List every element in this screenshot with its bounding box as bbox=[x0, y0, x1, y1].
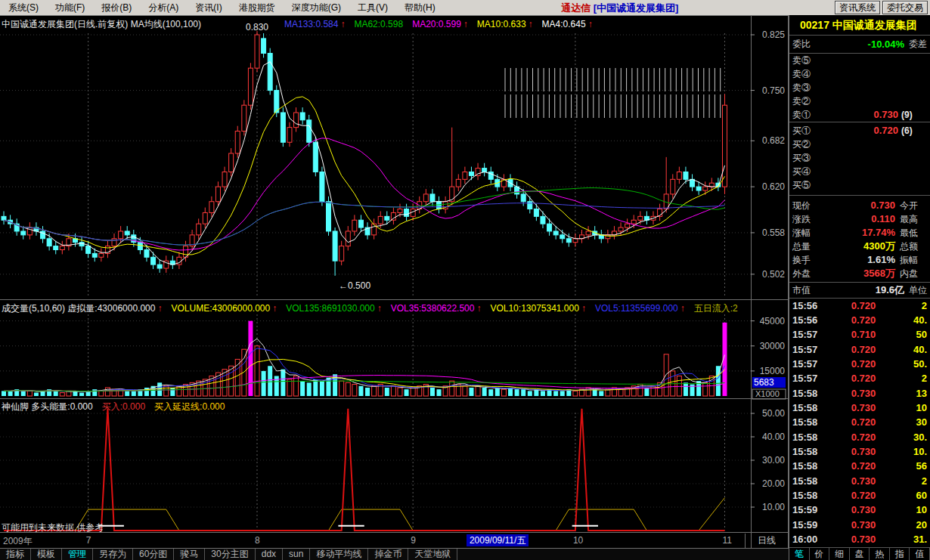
unit-label: 单位 bbox=[909, 283, 927, 298]
queue-label: 卖① bbox=[792, 108, 818, 122]
stat-value: 4300万 bbox=[823, 240, 895, 253]
quote-panel-tabs: 笔价细盘热指值 bbox=[789, 547, 930, 560]
queue-price bbox=[818, 151, 898, 165]
stat-row: 外盘3568万内盘 bbox=[789, 267, 930, 280]
statusbar-tab[interactable]: 掉金币 bbox=[368, 549, 408, 560]
queue-qty bbox=[901, 178, 927, 192]
tick-volume: 56 bbox=[901, 459, 927, 473]
statusbar-tab[interactable]: 指标 bbox=[0, 549, 31, 560]
tick-volume: 2 bbox=[901, 299, 927, 313]
chart-canvas[interactable]: 0.8250.7500.6820.6200.5580.5024500030000… bbox=[0, 0, 789, 560]
tick-time: 15:58 bbox=[792, 459, 826, 473]
toolbar-button[interactable]: 资讯系统 bbox=[835, 1, 880, 14]
quote-tab[interactable]: 热 bbox=[870, 548, 890, 560]
tick-time: 15:59 bbox=[792, 503, 826, 517]
statusbar-tab[interactable]: 60分图 bbox=[133, 549, 174, 560]
queue-qty bbox=[901, 54, 927, 67]
quote-tab[interactable]: 盘 bbox=[850, 548, 870, 560]
tick-volume: 30. bbox=[901, 431, 927, 444]
svg-text:0.825: 0.825 bbox=[762, 29, 785, 40]
queue-price bbox=[818, 81, 898, 94]
stat-value: 0.730 bbox=[823, 199, 895, 212]
stat-label: 最高 bbox=[900, 212, 927, 226]
toolbar-button[interactable]: 委托交易 bbox=[882, 1, 928, 14]
tick-price: 0.720 bbox=[826, 343, 901, 357]
quote-tab[interactable]: 指 bbox=[890, 548, 910, 560]
quote-tab[interactable]: 价 bbox=[810, 548, 830, 560]
queue-qty bbox=[901, 67, 927, 81]
tick-row: 15:580.7302 bbox=[789, 475, 930, 488]
statusbar-tab[interactable]: 天堂地狱 bbox=[408, 549, 457, 560]
x-axis-bar: 2009年 7891011 2009/09/11/五 日线 bbox=[0, 534, 789, 548]
statusbar-tab[interactable]: 管理 bbox=[62, 549, 93, 560]
queue-price bbox=[818, 54, 898, 67]
tick-time: 15:58 bbox=[792, 387, 826, 401]
svg-text:20.00: 20.00 bbox=[762, 478, 785, 489]
queue-price bbox=[818, 138, 898, 151]
tick-volume: 20 bbox=[901, 518, 927, 532]
stat-row: 总量4300万总额 bbox=[789, 240, 930, 253]
current-date-badge: 2009/09/11/五 bbox=[467, 534, 529, 546]
queue-label: 买④ bbox=[792, 165, 818, 178]
statusbar-tab[interactable]: 骏马 bbox=[174, 549, 205, 560]
tick-time: 15:56 bbox=[792, 314, 826, 327]
x-axis-year: 2009年 bbox=[3, 535, 33, 548]
stat-row: 现价0.730今开 bbox=[789, 199, 930, 212]
queue-price: 0.720 bbox=[818, 124, 898, 138]
quote-tab[interactable]: 细 bbox=[829, 548, 850, 560]
tick-row: 15:570.72050. bbox=[789, 357, 930, 371]
tick-time: 15:57 bbox=[792, 343, 826, 357]
stat-row: 涨幅17.74%最低 bbox=[789, 226, 930, 240]
x-axis-month-label: 10 bbox=[573, 535, 583, 546]
queue-price bbox=[818, 94, 898, 108]
cap-label: 市值 bbox=[792, 283, 811, 298]
x-axis-month-label: 11 bbox=[722, 535, 731, 546]
statusbar-tab[interactable]: 模板 bbox=[31, 549, 62, 560]
tick-price: 0.730 bbox=[826, 475, 901, 488]
statusbar-tab[interactable]: sun bbox=[283, 549, 310, 560]
queue-label: 卖⑤ bbox=[792, 54, 818, 67]
tick-row: 15:570.7202 bbox=[789, 372, 930, 385]
tick-time: 15:56 bbox=[792, 299, 826, 313]
tick-volume: 50 bbox=[901, 328, 927, 342]
buy-queue: 买①0.720(6)买②买③买④买⑤ bbox=[789, 122, 930, 192]
time-sales-list[interactable]: 15:560.720215:560.72040.15:570.7105015:5… bbox=[789, 299, 930, 547]
stat-label: 总额 bbox=[900, 240, 927, 253]
statusbar-tab[interactable]: 移动平均线 bbox=[310, 549, 368, 560]
weibi-row: 委比 -10.04% 委差 bbox=[789, 35, 930, 54]
tick-row: 15:580.72030 bbox=[789, 416, 930, 429]
queue-price bbox=[818, 178, 898, 192]
tick-row: 15:560.72040. bbox=[789, 314, 930, 327]
stat-value: 17.74% bbox=[823, 226, 895, 240]
statusbar-tab[interactable]: 另存为 bbox=[93, 549, 133, 560]
statusbar-tab[interactable]: 30分主图 bbox=[205, 549, 255, 560]
quote-tab[interactable]: 笔 bbox=[789, 548, 810, 560]
queue-label: 买③ bbox=[792, 151, 818, 165]
queue-price bbox=[818, 67, 898, 81]
stats-block: 现价0.730今开涨跌0.110最高涨幅17.74%最低总量4300万总额换手1… bbox=[789, 195, 930, 280]
svg-text:0.830: 0.830 bbox=[246, 22, 268, 32]
queue-label: 买① bbox=[792, 124, 818, 138]
tick-time: 15:58 bbox=[792, 489, 826, 503]
tick-price: 0.720 bbox=[826, 299, 901, 313]
buy-row: 买② bbox=[789, 138, 930, 151]
tick-price: 0.710 bbox=[826, 328, 901, 342]
queue-qty: (6) bbox=[901, 124, 927, 138]
x-axis-month-label: 8 bbox=[255, 535, 260, 546]
quote-tab[interactable]: 值 bbox=[910, 548, 930, 560]
tick-row: 15:580.73010. bbox=[789, 445, 930, 459]
tick-row: 15:590.73010 bbox=[789, 503, 930, 517]
stat-label: 振幅 bbox=[900, 253, 927, 267]
tick-time: 15:57 bbox=[792, 357, 826, 371]
period-selector[interactable]: 日线 bbox=[745, 534, 788, 548]
stat-label: 最低 bbox=[900, 226, 927, 240]
svg-text:10.00: 10.00 bbox=[762, 502, 785, 512]
tick-price: 0.730 bbox=[826, 445, 901, 459]
tick-row: 15:580.73010 bbox=[789, 401, 930, 415]
quote-panel: 00217 中国诚通发展集团 委比 -10.04% 委差 卖⑤卖④卖③卖②卖①0… bbox=[789, 15, 930, 560]
queue-label: 买⑤ bbox=[792, 178, 818, 192]
statusbar-tab[interactable]: ddx bbox=[256, 549, 283, 560]
tick-row: 15:570.72040. bbox=[789, 343, 930, 357]
tick-time: 15:57 bbox=[792, 372, 826, 385]
x-axis-month-label: 9 bbox=[411, 535, 416, 546]
